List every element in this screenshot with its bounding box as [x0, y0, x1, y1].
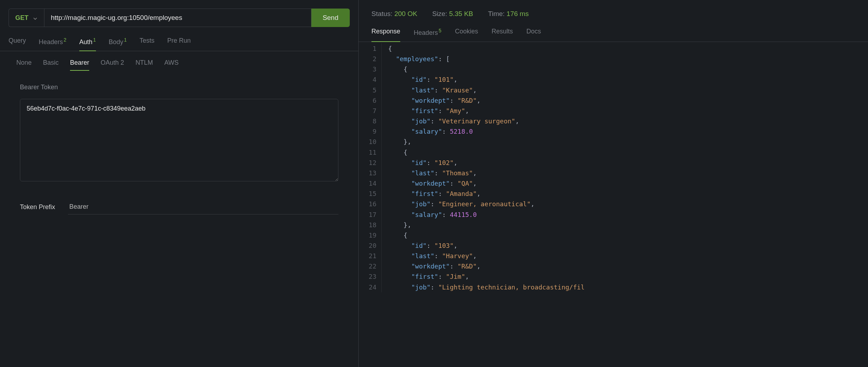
line-code: "id": "102", [381, 158, 457, 168]
tab-tests[interactable]: Tests [140, 37, 155, 51]
line-number: 9 [359, 126, 381, 137]
authtab-basic[interactable]: Basic [43, 59, 59, 71]
tab-auth[interactable]: Auth1 [79, 37, 96, 51]
json-line: 20 "id": "103", [359, 240, 868, 251]
tab-query[interactable]: Query [9, 37, 26, 51]
json-line: 1{ [359, 43, 868, 54]
line-code: "last": "Thomas", [381, 168, 477, 178]
line-code: "job": "Veterinary surgeon", [381, 116, 519, 126]
tab-prerun[interactable]: Pre Run [167, 37, 191, 51]
line-code: "id": "101", [381, 74, 457, 85]
bearer-token-input[interactable] [20, 99, 338, 181]
resp-tab-headers-label: Headers [414, 29, 438, 36]
line-code: }, [381, 137, 411, 147]
line-code: "employees": [ [381, 54, 450, 64]
bearer-token-label: Bearer Token [20, 84, 338, 91]
line-code: { [381, 64, 407, 74]
json-line: 21 "last": "Harvey", [359, 251, 868, 261]
json-line: 23 "first": "Jim", [359, 271, 868, 282]
line-code: "first": "Jim", [381, 271, 469, 282]
url-input[interactable] [44, 9, 311, 27]
line-number: 23 [359, 271, 381, 282]
line-number: 11 [359, 147, 381, 158]
json-line: 15 "first": "Amanda", [359, 188, 868, 199]
authtab-none[interactable]: None [16, 59, 32, 71]
json-line: 22 "workdept": "R&D", [359, 261, 868, 271]
token-prefix-input[interactable] [68, 200, 338, 214]
line-code: "last": "Krause", [381, 85, 477, 95]
line-number: 24 [359, 282, 381, 292]
line-number: 21 [359, 251, 381, 261]
json-line: 2 "employees": [ [359, 54, 868, 64]
line-code: "last": "Harvey", [381, 251, 477, 261]
json-line: 9 "salary": 5218.0 [359, 126, 868, 137]
line-number: 6 [359, 95, 381, 106]
authtab-bearer[interactable]: Bearer [70, 59, 89, 71]
json-line: 10 }, [359, 137, 868, 147]
line-code: { [381, 43, 392, 54]
response-size-label: Size: [432, 10, 447, 17]
response-time: Time: 176 ms [488, 10, 529, 18]
tab-headers-count: 2 [64, 37, 66, 43]
line-code: "salary": 5218.0 [381, 126, 473, 137]
tab-headers[interactable]: Headers2 [39, 37, 66, 51]
json-line: 17 "salary": 44115.0 [359, 209, 868, 220]
line-code: "job": "Lighting technician, broadcastin… [381, 282, 585, 292]
line-number: 19 [359, 230, 381, 240]
chevron-down-icon [33, 15, 38, 20]
json-line: 11 { [359, 147, 868, 158]
line-number: 2 [359, 54, 381, 64]
line-code: "first": "Amy", [381, 106, 469, 116]
tab-body-label: Body [109, 38, 123, 46]
resp-tab-cookies[interactable]: Cookies [455, 28, 478, 42]
line-code: "workdept": "R&D", [381, 95, 481, 106]
resp-tab-headers[interactable]: Headers5 [414, 28, 441, 42]
line-code: "workdept": "R&D", [381, 261, 481, 271]
json-line: 4 "id": "101", [359, 74, 868, 85]
line-number: 17 [359, 209, 381, 220]
line-number: 10 [359, 137, 381, 147]
resp-tab-docs[interactable]: Docs [526, 28, 541, 42]
response-body-viewer[interactable]: 1{2 "employees": [3 {4 "id": "101",5 "la… [359, 42, 868, 367]
http-method-select[interactable]: GET [9, 9, 44, 27]
tab-body-count: 1 [124, 37, 127, 43]
line-number: 22 [359, 261, 381, 271]
line-code: }, [381, 220, 411, 230]
line-code: "id": "103", [381, 240, 457, 251]
tab-body[interactable]: Body1 [109, 37, 127, 51]
send-button[interactable]: Send [311, 9, 350, 27]
authtab-aws[interactable]: AWS [164, 59, 178, 71]
authtab-ntlm[interactable]: NTLM [135, 59, 153, 71]
response-size-value: 5.35 KB [449, 10, 473, 17]
line-number: 1 [359, 43, 381, 54]
line-code: { [381, 230, 407, 240]
line-number: 12 [359, 158, 381, 168]
json-line: 12 "id": "102", [359, 158, 868, 168]
line-number: 7 [359, 106, 381, 116]
line-number: 8 [359, 116, 381, 126]
json-line: 18 }, [359, 220, 868, 230]
resp-tab-results[interactable]: Results [492, 28, 513, 42]
response-time-value: 176 ms [507, 10, 529, 17]
status-code-value: 200 OK [394, 10, 417, 17]
json-line: 5 "last": "Krause", [359, 85, 868, 95]
response-time-label: Time: [488, 10, 505, 17]
status-code: Status: 200 OK [371, 10, 417, 18]
json-line: 13 "last": "Thomas", [359, 168, 868, 178]
authtab-oauth2[interactable]: OAuth 2 [101, 59, 124, 71]
resp-tab-response[interactable]: Response [371, 28, 400, 42]
line-code: "salary": 44115.0 [381, 209, 477, 220]
line-code: "workdept": "QA", [381, 178, 477, 188]
line-code: { [381, 147, 407, 158]
tab-auth-count: 1 [93, 37, 96, 43]
json-line: 16 "job": "Engineer, aeronautical", [359, 199, 868, 209]
status-code-label: Status: [371, 10, 392, 17]
tab-headers-label: Headers [39, 38, 63, 46]
resp-tab-headers-count: 5 [439, 28, 441, 33]
line-code: "first": "Amanda", [381, 188, 481, 199]
json-line: 14 "workdept": "QA", [359, 178, 868, 188]
json-line: 3 { [359, 64, 868, 74]
line-number: 20 [359, 240, 381, 251]
line-number: 14 [359, 178, 381, 188]
line-number: 13 [359, 168, 381, 178]
